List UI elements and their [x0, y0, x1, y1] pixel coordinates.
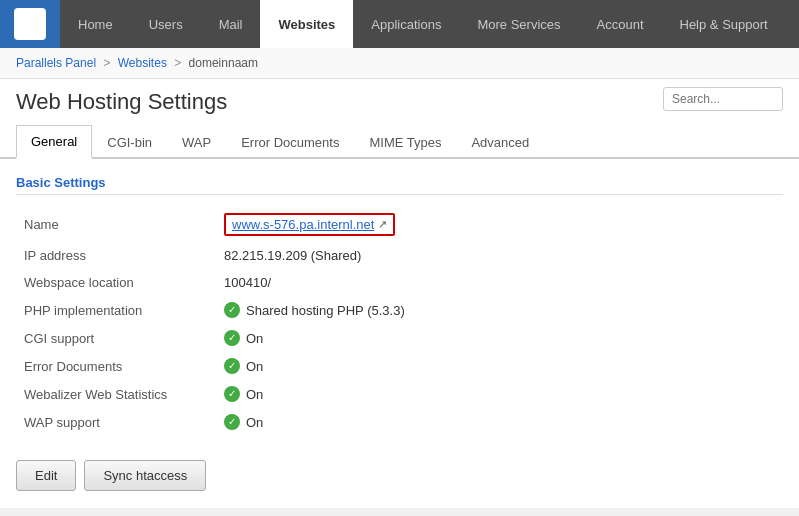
php-label: PHP implementation [16, 296, 216, 324]
top-navigation: Home Users Mail Websites Applications Mo… [0, 0, 799, 48]
sync-button[interactable]: Sync htaccess [84, 460, 206, 491]
name-link-wrapper: www.s-576.pa.internl.net ↗ [224, 213, 395, 236]
table-row-webspace: Webspace location 100410/ [16, 269, 783, 296]
search-input[interactable] [663, 87, 783, 111]
nav-tab-users[interactable]: Users [131, 0, 201, 48]
nav-tab-help-support[interactable]: Help & Support [662, 0, 786, 48]
edit-button[interactable]: Edit [16, 460, 76, 491]
error-check-icon: ✓ [224, 358, 240, 374]
section-title: Basic Settings [16, 175, 783, 195]
webspace-value: 100410/ [216, 269, 783, 296]
nav-tab-home[interactable]: Home [60, 0, 131, 48]
logo-area [0, 0, 60, 48]
name-link[interactable]: www.s-576.pa.internl.net [232, 217, 374, 232]
sub-tab-wap[interactable]: WAP [167, 125, 226, 159]
sub-tabs: General CGI-bin WAP Error Documents MIME… [0, 125, 799, 159]
table-row-error: Error Documents ✓ On [16, 352, 783, 380]
nav-tab-mail[interactable]: Mail [201, 0, 261, 48]
table-row-cgi: CGI support ✓ On [16, 324, 783, 352]
wap-value-cell: ✓ On [216, 408, 783, 436]
sub-tab-general[interactable]: General [16, 125, 92, 159]
php-check-icon: ✓ [224, 302, 240, 318]
external-link-icon: ↗ [378, 218, 387, 231]
error-value: On [246, 359, 263, 374]
basic-settings-section: Basic Settings Name www.s-576.pa.internl… [0, 159, 799, 444]
error-value-cell: ✓ On [216, 352, 783, 380]
action-buttons: Edit Sync htaccess [0, 444, 799, 507]
sub-tab-mime-types[interactable]: MIME Types [354, 125, 456, 159]
php-value: Shared hosting PHP (5.3.3) [246, 303, 405, 318]
wap-check-icon: ✓ [224, 414, 240, 430]
breadcrumb-sep2: > [174, 56, 181, 70]
sub-tab-error-documents[interactable]: Error Documents [226, 125, 354, 159]
logo-icon [14, 8, 46, 40]
webalizer-check-icon: ✓ [224, 386, 240, 402]
error-label: Error Documents [16, 352, 216, 380]
sub-tab-advanced[interactable]: Advanced [456, 125, 544, 159]
content-area: Parallels Panel > Websites > domeinnaam … [0, 48, 799, 508]
nav-tab-more-services[interactable]: More Services [459, 0, 578, 48]
webalizer-value: On [246, 387, 263, 402]
cgi-value: On [246, 331, 263, 346]
ip-value: 82.215.19.209 (Shared) [216, 242, 783, 269]
breadcrumb-current: domeinnaam [189, 56, 258, 70]
webalizer-value-cell: ✓ On [216, 380, 783, 408]
breadcrumb: Parallels Panel > Websites > domeinnaam [0, 48, 799, 79]
webspace-label: Webspace location [16, 269, 216, 296]
settings-table: Name www.s-576.pa.internl.net ↗ IP addre… [16, 207, 783, 436]
ip-label: IP address [16, 242, 216, 269]
table-row-name: Name www.s-576.pa.internl.net ↗ [16, 207, 783, 242]
nav-tabs: Home Users Mail Websites Applications Mo… [60, 0, 786, 48]
cgi-check-icon: ✓ [224, 330, 240, 346]
sub-tab-cgi-bin[interactable]: CGI-bin [92, 125, 167, 159]
table-row-php: PHP implementation ✓ Shared hosting PHP … [16, 296, 783, 324]
table-row-wap: WAP support ✓ On [16, 408, 783, 436]
nav-tab-account[interactable]: Account [579, 0, 662, 48]
table-row-webalizer: Webalizer Web Statistics ✓ On [16, 380, 783, 408]
breadcrumb-websites[interactable]: Websites [118, 56, 167, 70]
main-wrapper: Parallels Panel > Websites > domeinnaam … [0, 48, 799, 508]
nav-tab-applications[interactable]: Applications [353, 0, 459, 48]
table-row-ip: IP address 82.215.19.209 (Shared) [16, 242, 783, 269]
name-value-cell: www.s-576.pa.internl.net ↗ [216, 207, 783, 242]
breadcrumb-parallels[interactable]: Parallels Panel [16, 56, 96, 70]
cgi-value-cell: ✓ On [216, 324, 783, 352]
nav-tab-websites[interactable]: Websites [260, 0, 353, 48]
wap-label: WAP support [16, 408, 216, 436]
wap-value: On [246, 415, 263, 430]
webalizer-label: Webalizer Web Statistics [16, 380, 216, 408]
name-label: Name [16, 207, 216, 242]
php-value-cell: ✓ Shared hosting PHP (5.3.3) [216, 296, 783, 324]
cgi-label: CGI support [16, 324, 216, 352]
breadcrumb-sep1: > [103, 56, 110, 70]
